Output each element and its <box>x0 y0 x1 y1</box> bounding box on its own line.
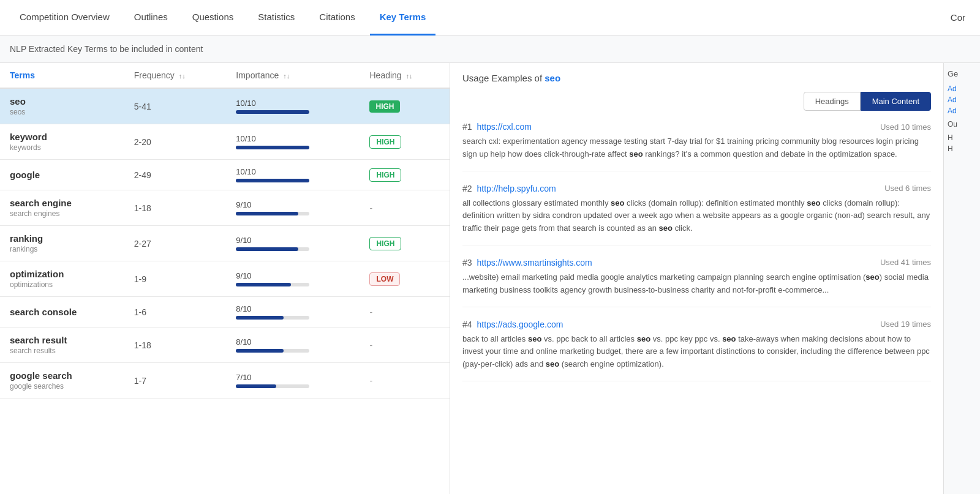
example-num: #1 <box>462 122 472 132</box>
imp-label: 9/10 <box>236 236 350 245</box>
seo-bold: seo <box>807 198 820 208</box>
usage-term: seo <box>545 73 560 83</box>
table-row[interactable]: search resultsearch results1-188/10- <box>0 327 450 363</box>
imp-bar-fill <box>236 283 291 286</box>
table-row[interactable]: search enginesearch engines1-189/10- <box>0 190 450 226</box>
example-header: #2 http://help.spyfu.com Used 6 times <box>462 184 931 193</box>
term-name: keyword <box>10 132 115 142</box>
imp-bar-fill <box>236 384 276 388</box>
table-row[interactable]: google searchgoogle searches1-77/10- <box>0 363 450 399</box>
seo-bold: seo <box>865 272 879 282</box>
term-alt: search engines <box>10 209 115 218</box>
table-row[interactable]: rankingrankings2-279/10HIGH <box>0 226 450 261</box>
usage-header: Usage Examples of seo <box>462 73 931 83</box>
nav-item-competition-overview[interactable]: Competition Overview <box>10 0 119 36</box>
right-panel-usage: Usage Examples of seo Headings Main Cont… <box>450 63 943 494</box>
example-used: Used 41 times <box>880 258 931 267</box>
heading-cell: - <box>360 327 450 363</box>
example-link[interactable]: https://cxl.com <box>477 122 531 132</box>
col-header-importance[interactable]: Importance ↑↓ <box>226 63 360 88</box>
heading-cell: HIGH <box>360 160 450 190</box>
imp-label: 9/10 <box>236 200 350 209</box>
nav-item-statistics[interactable]: Statistics <box>248 0 304 36</box>
term-name: google <box>10 170 115 180</box>
toggle-main-content-button[interactable]: Main Content <box>861 92 931 111</box>
top-navigation: Competition Overview Outlines Questions … <box>0 0 980 36</box>
term-name: optimization <box>10 269 115 279</box>
heading-badge: HIGH <box>369 100 400 113</box>
sort-icon-frequency: ↑↓ <box>179 72 186 80</box>
peek-ou: Ou <box>948 120 976 129</box>
seo-bold: seo <box>629 149 643 159</box>
nav-item-key-terms[interactable]: Key Terms <box>370 0 436 36</box>
sort-icon-importance: ↑↓ <box>283 72 290 80</box>
term-name: search result <box>10 335 115 345</box>
example-header: #3 https://www.smartinsights.com Used 41… <box>462 258 931 268</box>
nav-item-citations[interactable]: Citations <box>309 0 364 36</box>
imp-bar-container <box>236 179 309 182</box>
table-row[interactable]: keywordkeywords2-2010/10HIGH <box>0 124 450 160</box>
peek-h-2: H <box>948 144 976 153</box>
importance-cell: 9/10 <box>226 190 360 226</box>
example-num-url: #4 https://ads.google.com <box>462 320 563 329</box>
heading-badge: HIGH <box>369 168 401 182</box>
example-link[interactable]: http://help.spyfu.com <box>477 184 556 193</box>
imp-bar-container <box>236 146 309 149</box>
example-link[interactable]: https://ads.google.com <box>477 320 563 329</box>
example-used: Used 19 times <box>880 320 931 329</box>
peek-ad-2[interactable]: Ad <box>948 95 976 104</box>
table-row[interactable]: optimizationoptimizations1-99/10LOW <box>0 261 450 297</box>
term-name: ranking <box>10 233 115 244</box>
toggle-headings-button[interactable]: Headings <box>804 92 861 111</box>
col-header-terms[interactable]: Terms <box>0 63 124 88</box>
nav-item-outlines[interactable]: Outlines <box>124 0 178 36</box>
imp-bar-fill <box>236 179 309 182</box>
heading-cell: - <box>360 190 450 226</box>
imp-bar-container <box>236 384 309 388</box>
importance-cell: 10/10 <box>226 124 360 160</box>
examples-container: #1 https://cxl.com Used 10 times search … <box>462 122 931 381</box>
freq-cell: 1-9 <box>124 261 227 297</box>
term-alt: keywords <box>10 143 115 152</box>
importance-cell: 8/10 <box>226 327 360 363</box>
heading-dash: - <box>369 203 372 213</box>
main-layout: Terms Frequency ↑↓ Importance ↑↓ Heading… <box>0 63 980 494</box>
example-num: #4 <box>462 320 472 329</box>
heading-badge: HIGH <box>369 135 401 149</box>
left-panel-terms: Terms Frequency ↑↓ Importance ↑↓ Heading… <box>0 63 450 494</box>
imp-bar-fill <box>236 349 284 353</box>
freq-cell: 1-18 <box>124 190 227 226</box>
col-header-heading[interactable]: Heading ↑↓ <box>360 63 450 88</box>
nav-item-questions[interactable]: Questions <box>183 0 244 36</box>
term-name: search console <box>10 307 115 317</box>
example-num-url: #2 http://help.spyfu.com <box>462 184 556 193</box>
example-num: #3 <box>462 258 472 268</box>
importance-cell: 10/10 <box>226 160 360 190</box>
nav-item-cor[interactable]: Cor <box>946 1 970 34</box>
freq-cell: 1-6 <box>124 297 227 327</box>
freq-cell: 2-20 <box>124 124 227 160</box>
imp-bar-fill <box>236 146 309 149</box>
terms-table: Terms Frequency ↑↓ Importance ↑↓ Heading… <box>0 63 450 399</box>
table-row[interactable]: google2-4910/10HIGH <box>0 160 450 190</box>
col-header-frequency[interactable]: Frequency ↑↓ <box>124 63 227 88</box>
term-alt: optimizations <box>10 280 115 289</box>
heading-badge: LOW <box>369 272 400 286</box>
heading-cell: - <box>360 363 450 399</box>
peek-ad-3[interactable]: Ad <box>948 107 976 115</box>
example-link[interactable]: https://www.smartinsights.com <box>477 258 592 268</box>
importance-cell: 9/10 <box>226 226 360 261</box>
example-num-url: #3 https://www.smartinsights.com <box>462 258 592 268</box>
table-row[interactable]: seoseos5-4110/10HIGH <box>0 88 450 124</box>
table-row[interactable]: search console1-68/10- <box>0 297 450 327</box>
imp-label: 8/10 <box>236 304 350 313</box>
seo-bold: seo <box>546 359 559 369</box>
term-alt: google searches <box>10 382 115 391</box>
heading-dash: - <box>369 376 372 386</box>
term-alt: seos <box>10 108 115 116</box>
imp-label: 10/10 <box>236 167 350 176</box>
peek-ad-1[interactable]: Ad <box>948 84 976 93</box>
freq-cell: 2-27 <box>124 226 227 261</box>
seo-bold: seo <box>722 334 736 343</box>
subtitle-bar: NLP Extracted Key Terms to be included i… <box>0 36 980 63</box>
